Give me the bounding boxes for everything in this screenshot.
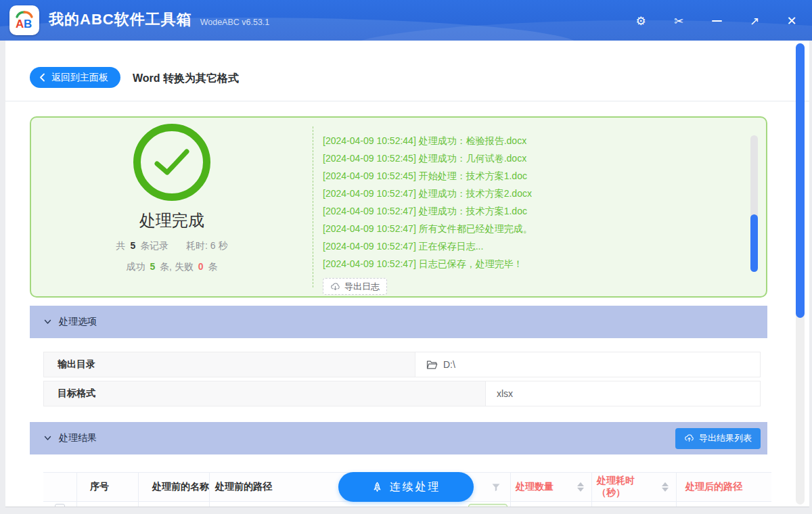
back-to-main-button[interactable]: 返回到主面板 [30,67,120,88]
titlebar-text: 我的ABC软件工具箱 WodeABC v6.53.1 [49,0,269,39]
page-header: 返回到主面板 Word 转换为其它格式 [5,41,809,101]
chevron-down-icon [44,436,51,441]
page-title: Word 转换为其它格式 [133,72,239,86]
filter-funnel-icon[interactable] [491,483,501,492]
rocket-icon [371,482,383,493]
results-section-title: 处理结果 [59,432,97,444]
row-name-cell [139,502,210,507]
column-header-path-before-label: 处理前的路径 [215,481,272,493]
target-format-label: 目标格式 [44,381,486,406]
summary-panel: 处理完成 共 5 条记录 耗时: 6 秒 成功 5 条, 失败 0 条 [202… [30,116,767,298]
log-scrollbar-thumb[interactable] [750,214,758,272]
success-prefix: 成功 [127,261,145,272]
continue-processing-label: 连续处理 [390,480,441,494]
row-path-value: - [215,502,219,507]
column-header-count[interactable]: 处理数量 [511,473,592,501]
option-row-target-format: 目标格式 xlsx [43,381,761,406]
sort-icon[interactable] [577,482,584,492]
cloud-upload-icon [684,434,694,443]
row-elapsed-cell [592,502,677,507]
scissors-icon[interactable]: ✂ [670,12,687,30]
options-section-title: 处理选项 [59,316,97,328]
status-title: 处理完成 [31,210,313,231]
log-line: [2024-04-09 10:52:47] 所有文件都已经处理完成。 [323,220,723,237]
elapsed-time: 耗时: 6 秒 [186,240,227,251]
output-dir-value: D:\ [443,359,455,370]
column-header-name-before[interactable]: 处理前的名称 [139,473,210,501]
column-header-elapsed-label: 处理耗时（秒） [597,475,662,499]
column-header-count-label: 处理数量 [516,481,554,493]
target-format-field[interactable]: xlsx [486,381,760,406]
row-path-cell: - [210,502,511,507]
summary-status-block: 处理完成 共 5 条记录 耗时: 6 秒 成功 5 条, 失败 0 条 [31,118,313,296]
row-index-cell [77,502,139,507]
total-prefix: 共 [116,240,126,251]
row-select-cell [43,502,77,507]
sort-icon[interactable] [662,482,669,492]
minimize-button[interactable] [708,12,725,30]
page-scrollbar-track[interactable] [796,43,805,505]
log-line: [2024-04-09 10:52:45] 开始处理：技术方案1.doc [323,167,723,185]
page-scrollbar-thumb[interactable] [796,43,805,318]
success-count: 5 [150,261,155,272]
app-version: WodeABC v6.53.1 [200,18,270,27]
log-scrollbar-track[interactable] [750,135,758,272]
summary-success-fail: 成功 5 条, 失败 0 条 [31,261,313,273]
export-results-button[interactable]: 导出结果列表 [675,428,761,449]
app-title: 我的ABC软件工具箱 [49,9,192,30]
success-ring [133,124,210,201]
chevron-down-icon [44,319,51,325]
column-header-index[interactable]: 序号 [77,473,139,501]
row-path-after-cell [677,502,771,507]
export-results-label: 导出结果列表 [699,432,752,444]
svg-text:B: B [24,18,32,30]
row-checkbox[interactable] [55,504,65,507]
folder-open-icon [426,360,438,370]
check-icon [153,148,191,177]
continue-processing-button[interactable]: 连续处理 [338,472,474,502]
target-format-value: xlsx [497,388,513,399]
log-line: [2024-04-09 10:52:47] 日志已保存，处理完毕！ [323,255,723,273]
title-bar: A B 我的ABC软件工具箱 WodeABC v6.53.1 ⚙ ✂ ↗ ✕ [0,0,812,41]
maximize-restore-button[interactable]: ↗ [746,12,763,30]
log-area: [2024-04-09 10:52:44] 处理成功：检验报告.docx [20… [323,132,723,273]
abc-logo-icon: A B [12,8,37,32]
section-header-results[interactable]: 处理结果 导出结果列表 [30,422,767,454]
log-line: [2024-04-09 10:52:47] 处理成功：技术方案1.doc [323,202,723,220]
table-row: - [43,502,771,507]
close-button[interactable]: ✕ [783,12,800,30]
log-line: [2024-04-09 10:52:45] 处理成功：几何试卷.docx [323,149,723,167]
log-line: [2024-04-09 10:52:47] 处理成功：技术方案2.docx [323,185,723,202]
log-line: [2024-04-09 10:52:47] 正在保存日志... [323,237,723,255]
middle-text: 条, 失败 [160,261,194,272]
export-log-label: 导出日志 [344,281,380,293]
column-header-elapsed[interactable]: 处理耗时（秒） [592,473,677,501]
minimize-icon [712,20,722,22]
section-header-options[interactable]: 处理选项 [30,306,767,338]
fail-suffix: 条 [208,261,217,272]
fail-count: 0 [198,261,204,272]
chevron-left-icon [39,73,45,82]
cloud-download-icon [330,282,340,291]
settings-gear-icon[interactable]: ⚙ [632,12,650,30]
app-logo: A B [9,5,39,35]
selection-column-header [43,473,77,501]
row-count-cell [511,502,592,507]
total-suffix: 条记录 [140,240,168,251]
summary-totals: 共 5 条记录 耗时: 6 秒 [31,240,313,252]
back-button-label: 返回到主面板 [51,72,108,84]
output-dir-label: 输出目录 [44,352,415,377]
svg-text:A: A [16,18,24,30]
export-log-button[interactable]: 导出日志 [323,278,387,295]
output-dir-field[interactable]: D:\ [415,352,760,377]
window-content: 返回到主面板 Word 转换为其它格式 处理完成 共 5 条记录 耗时: 6 秒… [5,41,809,507]
log-line: [2024-04-09 10:52:44] 处理成功：检验报告.docx [323,132,723,149]
dashed-divider [313,126,313,287]
column-header-path-after[interactable]: 处理后的路径 [677,473,771,501]
option-row-output-dir: 输出目录 D:\ [43,352,761,377]
status-tag [468,504,508,507]
total-count: 5 [130,240,135,251]
